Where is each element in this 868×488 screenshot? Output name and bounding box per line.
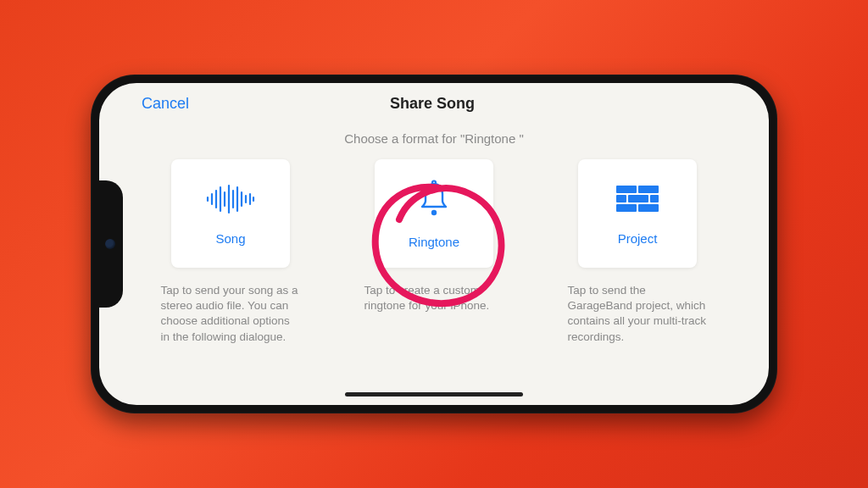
svg-rect-15 <box>638 186 659 193</box>
svg-rect-18 <box>650 195 659 202</box>
header-bar: Cancel Share Song <box>99 83 769 116</box>
card-project-wrap: Project Tap to send the GarageBand proje… <box>561 159 714 345</box>
card-project[interactable]: Project <box>578 159 697 268</box>
subtitle: Choose a format for "Ringtone " <box>99 131 769 146</box>
svg-point-13 <box>431 209 437 214</box>
notch <box>99 180 123 308</box>
home-indicator[interactable] <box>345 392 523 396</box>
svg-rect-17 <box>628 195 648 202</box>
camera-icon <box>105 239 115 249</box>
format-cards: Song Tap to send your song as a stereo a… <box>99 159 769 345</box>
svg-rect-20 <box>638 204 659 212</box>
waveform-icon <box>204 182 257 219</box>
card-song-wrap: Song Tap to send your song as a stereo a… <box>154 159 307 345</box>
page-title: Share Song <box>138 95 726 113</box>
bell-icon <box>414 179 454 223</box>
phone-frame: Cancel Share Song Choose a format for "R… <box>91 75 777 413</box>
svg-point-12 <box>432 180 436 184</box>
card-ringtone-label: Ringtone <box>409 235 459 249</box>
card-ringtone-wrap: Ringtone Tap to create a custom ringtone… <box>358 159 510 345</box>
card-song-desc: Tap to send your song as a stereo audio … <box>161 283 301 345</box>
card-song-label: Song <box>215 231 245 246</box>
card-ringtone[interactable]: Ringtone <box>375 159 493 268</box>
svg-rect-19 <box>616 204 637 212</box>
svg-rect-14 <box>616 186 637 193</box>
screen: Cancel Share Song Choose a format for "R… <box>99 83 769 405</box>
card-ringtone-desc: Tap to create a custom ringtone for your… <box>364 283 504 313</box>
card-project-label: Project <box>618 231 658 246</box>
brick-icon <box>615 182 660 219</box>
svg-rect-16 <box>616 195 626 202</box>
card-song[interactable]: Song <box>171 159 290 268</box>
card-project-desc: Tap to send the GarageBand project, whic… <box>568 283 708 345</box>
